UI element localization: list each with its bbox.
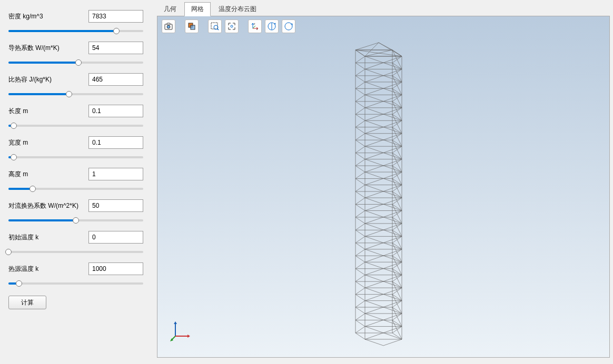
svg-line-39 bbox=[355, 63, 365, 69]
param-slider[interactable] bbox=[8, 247, 143, 257]
svg-line-75 bbox=[355, 114, 365, 120]
zoom-selection-icon[interactable] bbox=[208, 19, 222, 33]
viewport-toolbar: zx bbox=[162, 19, 295, 33]
compute-button[interactable]: 计算 bbox=[8, 296, 46, 309]
param-slider[interactable] bbox=[8, 184, 143, 194]
svg-line-66 bbox=[355, 102, 365, 108]
svg-line-207 bbox=[355, 301, 365, 307]
svg-line-117 bbox=[355, 172, 365, 178]
svg-text:z: z bbox=[254, 22, 255, 25]
svg-line-144 bbox=[355, 210, 365, 217]
svg-line-63 bbox=[355, 95, 365, 101]
param-row: 导热系数 W/(m*K) bbox=[8, 41, 143, 67]
param-label: 长度 m bbox=[8, 107, 28, 116]
param-row: 密度 kg/m^3 bbox=[8, 9, 143, 36]
param-label: 热源温度 k bbox=[8, 265, 38, 274]
svg-line-81 bbox=[355, 120, 365, 127]
param-input[interactable] bbox=[88, 168, 143, 180]
svg-line-201 bbox=[355, 295, 365, 301]
svg-line-183 bbox=[355, 269, 365, 275]
svg-line-162 bbox=[355, 236, 365, 242]
transparency-icon[interactable] bbox=[185, 19, 199, 33]
param-label: 比热容 J/(kg*K) bbox=[8, 75, 52, 84]
svg-line-120 bbox=[355, 179, 365, 185]
svg-line-192 bbox=[355, 281, 365, 288]
svg-line-210 bbox=[355, 307, 365, 314]
rotate-axis-icon[interactable] bbox=[265, 19, 279, 33]
svg-line-180 bbox=[355, 262, 365, 268]
parameters-panel: 密度 kg/m^3 导热系数 W/(m*K) 比热容 J/(kg*K) bbox=[0, 0, 152, 364]
param-slider[interactable] bbox=[8, 279, 143, 288]
param-slider[interactable] bbox=[8, 216, 143, 225]
param-label: 导热系数 W/(m*K) bbox=[8, 44, 60, 53]
svg-line-11 bbox=[253, 26, 255, 28]
svg-line-156 bbox=[355, 230, 365, 236]
param-input[interactable] bbox=[88, 136, 143, 149]
param-slider[interactable] bbox=[8, 26, 143, 36]
svg-line-7 bbox=[217, 29, 219, 30]
param-label: 高度 m bbox=[8, 170, 28, 179]
svg-line-36 bbox=[355, 56, 365, 63]
param-row: 初始温度 k bbox=[8, 230, 143, 257]
param-input[interactable] bbox=[88, 231, 143, 244]
tab-bar: 几何网格温度分布云图 bbox=[157, 3, 610, 16]
svg-line-108 bbox=[355, 159, 365, 166]
svg-line-99 bbox=[355, 146, 365, 153]
svg-rect-4 bbox=[191, 25, 195, 29]
svg-line-27 bbox=[379, 43, 392, 50]
tab[interactable]: 网格 bbox=[184, 2, 211, 16]
axis-gizmo bbox=[170, 319, 192, 341]
app-root: 密度 kg/m^3 导热系数 W/(m*K) 比热容 J/(kg*K) bbox=[0, 0, 613, 364]
svg-line-135 bbox=[355, 198, 365, 204]
svg-line-189 bbox=[355, 275, 365, 281]
svg-point-16 bbox=[285, 23, 292, 30]
mesh-render bbox=[344, 39, 423, 350]
svg-line-225 bbox=[355, 327, 365, 333]
zoom-extents-icon[interactable] bbox=[225, 19, 239, 33]
svg-line-231 bbox=[383, 339, 402, 346]
param-input[interactable] bbox=[88, 199, 143, 212]
param-row: 热源温度 k bbox=[8, 262, 143, 288]
param-row: 比热容 J/(kg*K) bbox=[8, 73, 143, 99]
svg-rect-1 bbox=[167, 23, 170, 25]
svg-text:x: x bbox=[256, 27, 258, 31]
svg-line-153 bbox=[355, 224, 365, 230]
svg-line-93 bbox=[355, 140, 365, 146]
param-label: 初始温度 k bbox=[8, 233, 38, 242]
svg-line-138 bbox=[355, 204, 365, 210]
param-input[interactable] bbox=[88, 42, 143, 54]
rotate-free-icon[interactable] bbox=[282, 19, 295, 33]
tab[interactable]: 温度分布云图 bbox=[212, 2, 263, 16]
svg-point-2 bbox=[167, 25, 170, 28]
viewport-3d[interactable]: zx bbox=[157, 16, 610, 358]
svg-line-216 bbox=[355, 314, 365, 320]
param-input[interactable] bbox=[88, 10, 143, 23]
svg-line-84 bbox=[355, 127, 365, 134]
axes-icon[interactable]: zx bbox=[248, 19, 262, 33]
param-input[interactable] bbox=[88, 262, 143, 275]
svg-line-129 bbox=[355, 191, 365, 198]
svg-line-174 bbox=[355, 256, 365, 262]
svg-line-54 bbox=[355, 82, 365, 88]
param-slider[interactable] bbox=[8, 121, 143, 130]
svg-line-126 bbox=[355, 185, 365, 191]
camera-icon[interactable] bbox=[162, 19, 175, 33]
param-row: 对流换热系数 W/(m^2*K) bbox=[8, 199, 143, 225]
param-row: 长度 m bbox=[8, 104, 143, 130]
svg-line-147 bbox=[355, 217, 365, 224]
svg-line-90 bbox=[355, 134, 365, 140]
param-input[interactable] bbox=[88, 73, 143, 86]
svg-line-198 bbox=[355, 288, 365, 294]
main-area: 几何网格温度分布云图 zx bbox=[152, 0, 613, 364]
param-slider[interactable] bbox=[8, 153, 143, 162]
param-slider[interactable] bbox=[8, 89, 143, 99]
tab[interactable]: 几何 bbox=[157, 2, 183, 16]
param-label: 对流换热系数 W/(m^2*K) bbox=[8, 201, 78, 210]
param-label: 宽度 m bbox=[8, 138, 28, 147]
svg-line-72 bbox=[355, 108, 365, 114]
svg-line-102 bbox=[355, 153, 365, 159]
param-slider[interactable] bbox=[8, 58, 143, 67]
param-label: 密度 kg/m^3 bbox=[8, 12, 43, 21]
param-input[interactable] bbox=[88, 105, 143, 117]
svg-line-57 bbox=[355, 88, 365, 95]
